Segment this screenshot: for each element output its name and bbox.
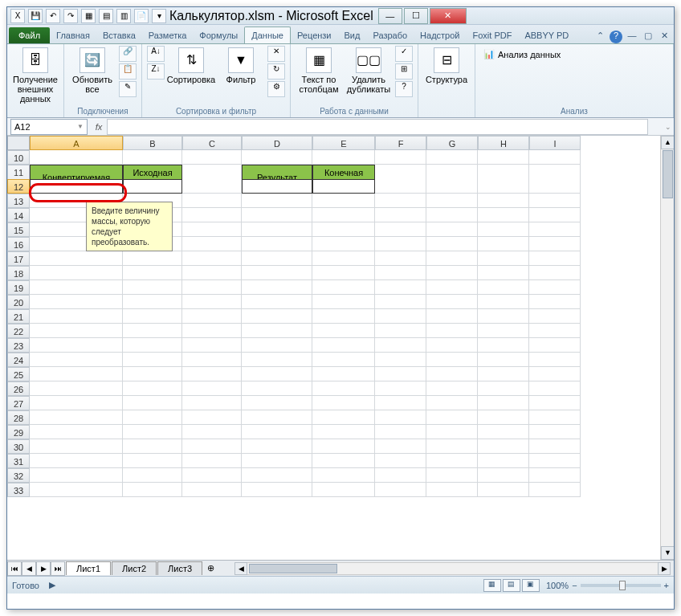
- cell-B27[interactable]: [123, 396, 182, 410]
- cell-D31[interactable]: [242, 454, 312, 468]
- cell-D24[interactable]: [242, 353, 312, 367]
- cell-H15[interactable]: [478, 222, 529, 237]
- row-header-14[interactable]: 14: [7, 208, 30, 222]
- cell-B22[interactable]: [123, 324, 182, 338]
- cell-E27[interactable]: [312, 396, 375, 410]
- vertical-scrollbar[interactable]: ▲ ▼: [660, 136, 674, 560]
- page-break-icon[interactable]: ▣: [522, 579, 540, 592]
- cell-F16[interactable]: [375, 237, 426, 251]
- expand-formula-icon[interactable]: ⌄: [663, 123, 674, 131]
- cell-F10[interactable]: [375, 150, 426, 165]
- cell-G30[interactable]: [426, 439, 478, 454]
- row-header-13[interactable]: 13: [7, 194, 30, 208]
- cell-B10[interactable]: [123, 150, 182, 165]
- sheet-tab-3[interactable]: Лист3: [157, 561, 202, 575]
- tab-addins[interactable]: Надстрой: [414, 27, 466, 43]
- cell-F24[interactable]: [375, 353, 426, 367]
- cell-G13[interactable]: [426, 194, 478, 208]
- normal-view-icon[interactable]: ▦: [483, 579, 501, 592]
- save-icon[interactable]: 💾: [28, 9, 43, 23]
- cell-H20[interactable]: [478, 295, 529, 309]
- cell-G14[interactable]: [426, 208, 478, 222]
- cell-D26[interactable]: [242, 381, 312, 396]
- cell-D33[interactable]: [242, 483, 312, 497]
- cell-H16[interactable]: [478, 237, 529, 251]
- cell-B30[interactable]: [123, 439, 182, 454]
- cell-G33[interactable]: [426, 483, 478, 497]
- tab-view[interactable]: Вид: [338, 27, 367, 43]
- get-external-data-button[interactable]: 🗄 Получение внешних данных: [12, 46, 59, 105]
- cell-F28[interactable]: [375, 410, 426, 425]
- cell-I17[interactable]: [529, 251, 581, 266]
- cell-E33[interactable]: [312, 483, 375, 497]
- help-icon[interactable]: ?: [610, 31, 622, 43]
- sheet-tab-1[interactable]: Лист1: [66, 561, 111, 575]
- cell-G32[interactable]: [426, 468, 478, 483]
- cell-D16[interactable]: [242, 237, 312, 251]
- cell-H30[interactable]: [478, 439, 529, 454]
- cell-C22[interactable]: [182, 324, 242, 338]
- cell-E31[interactable]: [312, 454, 375, 468]
- cell-A27[interactable]: [30, 396, 123, 410]
- connections-button[interactable]: 🔗: [119, 46, 137, 62]
- cell-E17[interactable]: [312, 251, 375, 266]
- cell-D13[interactable]: [242, 194, 312, 208]
- cell-C18[interactable]: [182, 266, 242, 280]
- row-header-15[interactable]: 15: [7, 222, 30, 237]
- row-header-31[interactable]: 31: [7, 454, 30, 468]
- sheet-tab-2[interactable]: Лист2: [112, 561, 157, 575]
- cell-C32[interactable]: [182, 468, 242, 483]
- cell-D28[interactable]: [242, 410, 312, 425]
- column-header-H[interactable]: H: [478, 136, 529, 150]
- cell-F31[interactable]: [375, 454, 426, 468]
- cell-I33[interactable]: [529, 483, 581, 497]
- column-header-A[interactable]: A: [30, 136, 123, 150]
- cell-G23[interactable]: [426, 338, 478, 353]
- cell-C13[interactable]: [182, 194, 242, 208]
- cell-B32[interactable]: [123, 468, 182, 483]
- minimize-ribbon-icon[interactable]: ⌃: [593, 31, 606, 43]
- zoom-in-icon[interactable]: +: [664, 581, 669, 590]
- cell-G18[interactable]: [426, 266, 478, 280]
- cell-E10[interactable]: [312, 150, 375, 165]
- cell-D29[interactable]: [242, 425, 312, 439]
- qat-btn[interactable]: ▥: [116, 9, 131, 23]
- column-header-B[interactable]: B: [123, 136, 182, 150]
- cell-G22[interactable]: [426, 324, 478, 338]
- cell-H24[interactable]: [478, 353, 529, 367]
- cell-F26[interactable]: [375, 381, 426, 396]
- row-header-22[interactable]: 22: [7, 324, 30, 338]
- cell-G21[interactable]: [426, 309, 478, 324]
- cell-D30[interactable]: [242, 439, 312, 454]
- row-header-33[interactable]: 33: [7, 483, 30, 497]
- cell-B17[interactable]: [123, 251, 182, 266]
- row-header-16[interactable]: 16: [7, 237, 30, 251]
- tab-developer[interactable]: Разрабо: [366, 27, 414, 43]
- hscroll-thumb[interactable]: [249, 564, 337, 573]
- refresh-all-button[interactable]: 🔄 Обновить все: [69, 46, 116, 96]
- data-analysis-button[interactable]: 📊 Анализ данных: [480, 46, 564, 63]
- column-header-F[interactable]: F: [375, 136, 426, 150]
- cell-E29[interactable]: [312, 425, 375, 439]
- cell-C30[interactable]: [182, 439, 242, 454]
- cell-G16[interactable]: [426, 237, 478, 251]
- cell-F15[interactable]: [375, 222, 426, 237]
- edit-links-button[interactable]: ✎: [119, 81, 137, 97]
- fx-icon[interactable]: fx: [91, 122, 107, 132]
- cell-H21[interactable]: [478, 309, 529, 324]
- cell-F25[interactable]: [375, 367, 426, 381]
- cell-F19[interactable]: [375, 280, 426, 295]
- cell-B29[interactable]: [123, 425, 182, 439]
- cell-I28[interactable]: [529, 410, 581, 425]
- cell-B31[interactable]: [123, 454, 182, 468]
- cell-E26[interactable]: [312, 381, 375, 396]
- tab-foxit[interactable]: Foxit PDF: [467, 27, 519, 43]
- scroll-thumb[interactable]: [663, 150, 673, 198]
- cell-E24[interactable]: [312, 353, 375, 367]
- cell-E22[interactable]: [312, 324, 375, 338]
- validation-button[interactable]: ✓: [395, 46, 413, 62]
- cell-E12[interactable]: [312, 179, 375, 194]
- cell-F27[interactable]: [375, 396, 426, 410]
- cell-G25[interactable]: [426, 367, 478, 381]
- cell-F18[interactable]: [375, 266, 426, 280]
